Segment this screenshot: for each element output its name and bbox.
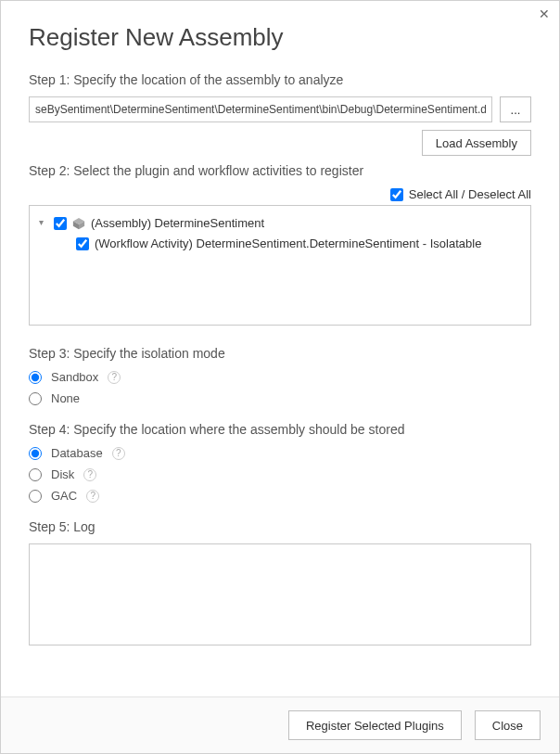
help-icon[interactable]: ? [112, 447, 125, 460]
log-output [29, 543, 531, 645]
isolation-sandbox-radio[interactable] [29, 371, 42, 384]
plugin-tree: ▾ (Assembly) DetermineSentiment (Workflo… [29, 205, 531, 326]
browse-button[interactable]: ... [500, 96, 531, 122]
register-assembly-dialog: ✕ Register New Assembly Step 1: Specify … [0, 0, 560, 754]
dialog-footer: Register Selected Plugins Close [1, 696, 559, 753]
step1-label: Step 1: Specify the location of the asse… [29, 72, 531, 87]
chevron-down-icon[interactable]: ▾ [39, 212, 48, 233]
activity-checkbox[interactable] [76, 237, 89, 250]
isolation-mode-group: Sandbox ? None [29, 370, 531, 405]
select-all-checkbox[interactable] [390, 188, 403, 201]
register-plugins-button[interactable]: Register Selected Plugins [288, 710, 462, 740]
activity-label: (Workflow Activity) DetermineSentiment.D… [95, 234, 481, 254]
isolation-sandbox-label: Sandbox [51, 370, 98, 384]
storage-location-group: Database ? Disk ? GAC ? [29, 446, 531, 503]
help-icon[interactable]: ? [83, 468, 96, 481]
step5-label: Step 5: Log [29, 519, 531, 534]
close-icon[interactable]: ✕ [539, 6, 550, 21]
help-icon[interactable]: ? [108, 371, 121, 384]
load-assembly-button[interactable]: Load Assembly [422, 130, 531, 156]
assembly-icon [72, 217, 85, 230]
storage-database-radio[interactable] [29, 447, 42, 460]
storage-gac-radio[interactable] [29, 490, 42, 503]
select-all-label: Select All / Deselect All [409, 187, 531, 201]
dialog-content: Register New Assembly Step 1: Specify th… [1, 1, 559, 696]
step4-label: Step 4: Specify the location where the a… [29, 422, 531, 437]
help-icon[interactable]: ? [86, 490, 99, 503]
assembly-path-input[interactable] [29, 96, 492, 122]
dialog-title: Register New Assembly [29, 23, 531, 52]
tree-assembly-row[interactable]: ▾ (Assembly) DetermineSentiment [39, 213, 521, 234]
step2-label: Step 2: Select the plugin and workflow a… [29, 163, 531, 178]
close-button[interactable]: Close [475, 710, 541, 740]
storage-disk-label: Disk [51, 467, 74, 481]
storage-gac-label: GAC [51, 489, 77, 503]
storage-database-label: Database [51, 446, 103, 460]
isolation-none-radio[interactable] [29, 392, 42, 405]
isolation-none-label: None [51, 391, 80, 405]
step3-label: Step 3: Specify the isolation mode [29, 346, 531, 361]
tree-activity-row[interactable]: (Workflow Activity) DetermineSentiment.D… [39, 234, 521, 254]
storage-disk-radio[interactable] [29, 468, 42, 481]
assembly-checkbox[interactable] [54, 217, 67, 230]
assembly-label: (Assembly) DetermineSentiment [91, 213, 264, 234]
